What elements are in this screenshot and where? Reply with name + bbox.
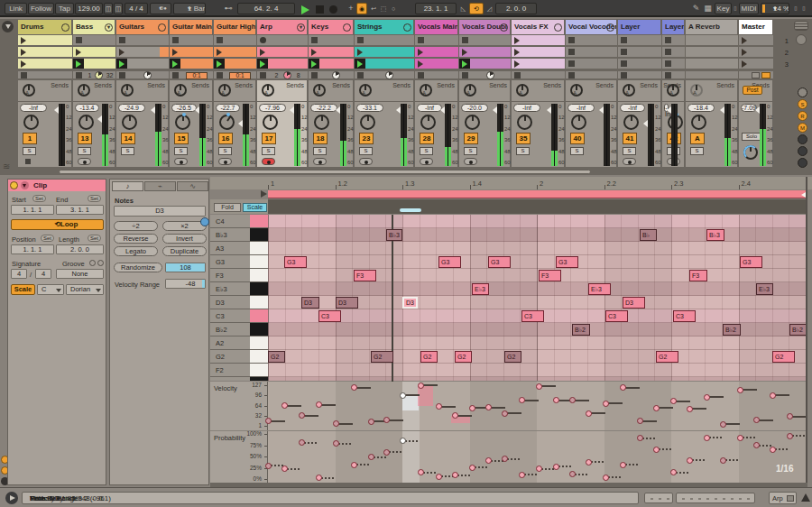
clip-slot[interactable] (618, 35, 661, 46)
track-state-icon[interactable] (158, 23, 166, 32)
clip-playing-icon[interactable] (172, 60, 178, 68)
stop-square[interactable] (21, 72, 27, 78)
probability-marker[interactable] (553, 464, 559, 470)
volume-db-display[interactable]: -22.7 (216, 104, 240, 112)
clip-stop-button[interactable] (665, 37, 671, 43)
notes-tool-2[interactable]: ÷2 (114, 221, 158, 231)
midi-note-B♭3[interactable]: B♭3 (386, 229, 402, 241)
volume-db-display[interactable]: -22.2 (310, 104, 337, 112)
track-state-icon[interactable] (343, 23, 351, 32)
clip-slot[interactable] (257, 35, 308, 46)
volume-db-display[interactable]: -18.4 (687, 104, 715, 112)
track-number-button[interactable]: 14 (121, 133, 135, 144)
midi-note-D3[interactable]: D3 (623, 297, 645, 309)
pan-knob[interactable] (23, 115, 39, 130)
loop-switch[interactable]: ⟲ (469, 3, 484, 14)
clip-stop-button[interactable] (462, 37, 468, 43)
tab-notes[interactable]: ♪ (112, 181, 143, 191)
mixer-toggle-4[interactable] (798, 134, 807, 144)
probability-marker[interactable] (753, 442, 760, 448)
clip-slot[interactable] (618, 59, 661, 69)
scene-number[interactable]: 3 (774, 59, 789, 69)
clip-length-value[interactable]: 2. 0. 0 (56, 244, 104, 254)
session-record-button[interactable]: ◉ (356, 3, 367, 14)
clip-slot[interactable] (566, 35, 617, 46)
velocity-marker[interactable] (586, 410, 592, 417)
position-set-button[interactable]: Set (41, 235, 54, 242)
stop-square[interactable] (418, 72, 424, 78)
midi-note-G2[interactable]: G2 (371, 351, 393, 363)
scene-launch-icon[interactable] (742, 37, 747, 44)
arm-button[interactable] (420, 158, 433, 165)
mixer-toggle-5[interactable] (798, 146, 807, 156)
master-scene-slot[interactable] (739, 59, 773, 69)
probability-marker[interactable] (653, 447, 660, 453)
velocity-marker[interactable] (333, 420, 339, 427)
velocity-marker[interactable] (351, 384, 357, 391)
midi-note-C3[interactable]: C3 (318, 310, 341, 322)
start-set-button[interactable]: Set (32, 195, 46, 202)
clip-slot[interactable] (309, 59, 354, 69)
clip-slot[interactable] (566, 59, 617, 69)
volume-fader-handle[interactable] (54, 106, 59, 114)
solo-button[interactable]: S (570, 147, 584, 155)
probability-marker[interactable] (436, 474, 442, 480)
track-header[interactable]: Master (739, 20, 773, 34)
loop-brace[interactable] (268, 190, 806, 198)
midi-note-B♭2[interactable]: B♭2 (572, 324, 590, 336)
clip-slot[interactable] (355, 59, 414, 69)
piano-key[interactable] (250, 228, 268, 242)
follow-playhead-icon[interactable]: ⊷ (222, 3, 235, 14)
track-number-button[interactable]: 18 (313, 133, 328, 144)
probability-marker[interactable] (452, 472, 458, 478)
velocity-marker[interactable] (770, 392, 776, 399)
piano-key[interactable] (250, 364, 268, 377)
scale-mode-button[interactable]: Scale (11, 284, 35, 295)
notes-tool-duplicate[interactable]: Duplicate (162, 246, 207, 256)
track-number-button[interactable]: 13 (78, 133, 92, 144)
mixer-toggle-0[interactable] (798, 88, 807, 97)
clip-play-icon[interactable] (21, 37, 26, 44)
tap-tempo-button[interactable]: Tap (55, 3, 74, 14)
volume-fader-handle[interactable] (238, 120, 243, 127)
track-number-button[interactable]: 41 (623, 133, 637, 144)
midi-note-G2[interactable]: G2 (455, 351, 472, 363)
midi-note-G3[interactable]: G3 (438, 256, 461, 268)
track-number-button[interactable]: 23 (359, 133, 374, 144)
clip-stop-button[interactable] (568, 37, 575, 43)
arm-button[interactable] (262, 158, 275, 165)
mixer-toggle-S[interactable]: S (798, 99, 807, 109)
session-hscrollbar[interactable] (59, 170, 591, 174)
clip-slot[interactable] (170, 35, 213, 46)
link-button[interactable]: Link (5, 3, 27, 14)
track-state-icon[interactable] (500, 23, 508, 32)
clip-slot[interactable] (459, 47, 511, 58)
stop-all-clips-button[interactable] (761, 72, 770, 78)
solo-button[interactable]: S (420, 147, 433, 155)
clip-play-icon[interactable] (462, 49, 467, 56)
tab-expression[interactable]: ⌁ (144, 181, 176, 191)
stop-button[interactable] (315, 3, 326, 14)
midi-note-E♭3[interactable]: E♭3 (756, 283, 773, 295)
tempo-display[interactable]: 129.00 (75, 3, 103, 14)
probability-marker[interactable] (536, 466, 542, 472)
volume-fader-handle[interactable] (599, 106, 604, 114)
volume-db-display[interactable]: -Inf (417, 104, 442, 112)
new-midi-overdub-icon[interactable]: + (346, 3, 355, 14)
ruler-label[interactable]: 1.3 (405, 180, 414, 188)
midi-note-D3[interactable]: D3 (402, 297, 418, 309)
pan-knob[interactable] (465, 115, 480, 130)
midi-note-G3[interactable]: G3 (284, 256, 307, 268)
master-scene-slot[interactable] (739, 47, 773, 58)
pan-knob[interactable] (691, 115, 706, 130)
device-chip-arp[interactable]: Arp (769, 492, 797, 504)
track-header[interactable]: Guitar Main (170, 20, 213, 34)
solo-button[interactable]: S (690, 147, 704, 155)
groove-amount-button[interactable]: O● ▾ (150, 3, 171, 14)
clip-slot[interactable] (512, 35, 565, 46)
pan-knob[interactable] (571, 115, 586, 130)
velocity-marker[interactable] (400, 392, 406, 399)
pan-knob[interactable] (623, 115, 639, 130)
pan-knob[interactable] (360, 115, 375, 130)
scene-number[interactable]: 1 (774, 35, 789, 46)
